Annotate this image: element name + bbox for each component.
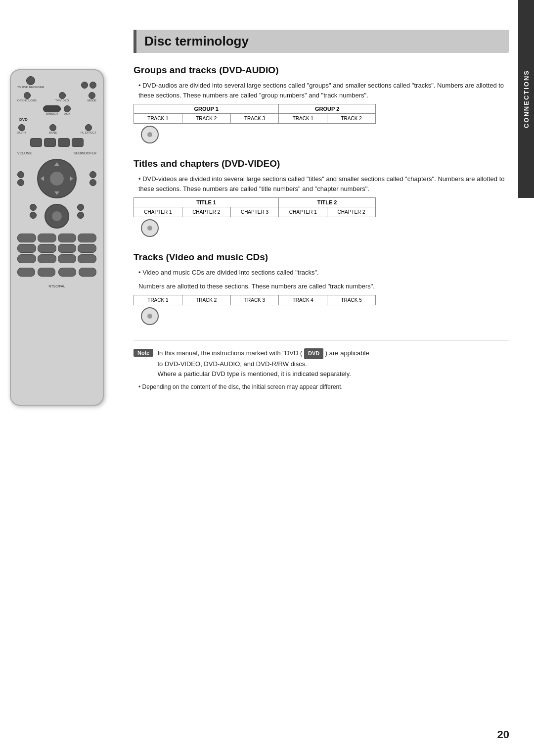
nav-ring xyxy=(44,204,69,229)
g2-track1: TRACK 1 xyxy=(279,114,327,123)
num-7[interactable] xyxy=(58,244,77,253)
nav-ring-center[interactable] xyxy=(52,211,62,221)
prev-btn[interactable] xyxy=(30,138,42,147)
t2-ch1: CHAPTER 1 xyxy=(279,207,327,217)
g1-track3: TRACK 3 xyxy=(231,114,279,123)
groups-header: GROUP 1 GROUP 2 xyxy=(134,104,375,114)
section-title-cd: Tracks (Video and music CDs) xyxy=(134,252,509,263)
stop-btn[interactable] xyxy=(44,138,56,147)
bottom-btn4[interactable] xyxy=(79,268,96,277)
cd-track1: TRACK 1 xyxy=(134,295,182,305)
dimmer-btn[interactable] xyxy=(43,105,61,112)
next-btn[interactable] xyxy=(72,138,84,147)
cd-track4: TRACK 4 xyxy=(279,295,327,305)
tv-video-btn[interactable] xyxy=(59,92,66,99)
titles-diagram: TITLE 1 TITLE 2 CHAPTER 1 CHAPTER 2 CHAP… xyxy=(134,197,376,217)
mode-btn[interactable] xyxy=(89,92,95,99)
open-close-btn[interactable] xyxy=(24,92,31,99)
enter-btn[interactable] xyxy=(49,171,64,186)
num-plus10[interactable] xyxy=(58,254,77,263)
titles-bullet: DVD-videos are divided into several larg… xyxy=(138,174,509,193)
r-btn-extra1[interactable] xyxy=(77,204,84,211)
num-0[interactable] xyxy=(38,254,56,263)
disc-icon-inner-1 xyxy=(147,132,152,137)
t1-ch1: CHAPTER 1 xyxy=(134,207,182,217)
num-3[interactable] xyxy=(58,234,77,242)
page-title-banner: Disc terminology xyxy=(134,30,509,53)
bottom-btn2[interactable] xyxy=(38,268,55,277)
page-number: 20 xyxy=(497,728,509,741)
group2-header: GROUP 2 xyxy=(279,104,375,113)
disc-icon-1 xyxy=(141,126,159,143)
note-line2: to DVD-VIDEO, DVD-AUDIO, and DVD-R/RW di… xyxy=(157,359,369,370)
note-line3: Where a particular DVD type is mentioned… xyxy=(157,369,369,379)
num-1[interactable] xyxy=(17,234,36,242)
page: TV DVD RECEIVER OPEN/CLOSE TV/VIDEO xyxy=(0,0,534,756)
disc-icon-inner-2 xyxy=(147,226,152,231)
g1-track1: TRACK 1 xyxy=(134,114,182,123)
num-6[interactable] xyxy=(38,244,56,253)
cd-track3: TRACK 3 xyxy=(231,295,279,305)
bottom-btn3[interactable] xyxy=(58,268,76,277)
disc-icon-3 xyxy=(141,307,159,325)
page-title: Disc terminology xyxy=(144,34,501,49)
titles-chapters-row: CHAPTER 1 CHAPTER 2 CHAPTER 3 CHAPTER 1 … xyxy=(134,207,375,217)
cd-bullet1: Video and music CDs are divided into sec… xyxy=(138,268,509,278)
connections-label: CONNECTIONS xyxy=(523,70,530,128)
section-title-groups: Groups and tracks (DVD-AUDIO) xyxy=(134,65,509,76)
titles-diagram-container: TITLE 1 TITLE 2 CHAPTER 1 CHAPTER 2 CHAP… xyxy=(134,197,509,237)
sub-down-btn[interactable] xyxy=(17,179,24,186)
left-menu-btn[interactable] xyxy=(30,204,37,211)
g1-track2: TRACK 2 xyxy=(182,114,231,123)
section-title-titles: Titles and chapters (DVD-VIDEO) xyxy=(134,158,509,169)
bottom-btn1[interactable] xyxy=(17,268,35,277)
num-9[interactable] xyxy=(17,254,36,263)
t1-ch3: CHAPTER 3 xyxy=(231,207,279,217)
nav-cluster xyxy=(37,159,77,198)
cd-bullet2: Numbers are allotted to these sections. … xyxy=(138,282,509,291)
band-btn[interactable] xyxy=(49,124,56,131)
play-pause-btn[interactable] xyxy=(58,138,70,147)
dvd-badge: DVD xyxy=(304,348,323,359)
pl-effect-btn[interactable] xyxy=(85,124,92,131)
title1-header: TITLE 1 xyxy=(134,198,279,207)
num-5[interactable] xyxy=(17,244,36,253)
disc-icon-2 xyxy=(141,219,159,237)
btn-sm-1[interactable] xyxy=(81,82,88,89)
note-line1: In this manual, the instructions marked … xyxy=(157,348,369,359)
connections-bar: CONNECTIONS xyxy=(518,0,534,198)
disc-row-2 xyxy=(134,219,509,237)
t2-ch2: CHAPTER 2 xyxy=(327,207,375,217)
power-button[interactable] xyxy=(26,76,35,85)
t1-ch2: CHAPTER 2 xyxy=(182,207,231,217)
btn-sm-2[interactable] xyxy=(89,82,96,89)
r-btn-extra2[interactable] xyxy=(77,212,84,219)
group1-header: GROUP 1 xyxy=(134,104,279,113)
cd-track2: TRACK 2 xyxy=(182,295,231,305)
remote-control: TV DVD RECEIVER OPEN/CLOSE TV/VIDEO xyxy=(10,69,104,406)
cd-tracks-row: TRACK 1 TRACK 2 TRACK 3 TRACK 4 TRACK 5 xyxy=(134,295,375,305)
disc-icon-inner-3 xyxy=(147,314,152,319)
aux-btn[interactable] xyxy=(64,105,71,112)
right-menu-btn[interactable] xyxy=(30,212,37,219)
note-section: Note In this manual, the instructions ma… xyxy=(134,340,509,391)
surr-cl2-btn[interactable] xyxy=(89,179,96,186)
main-content: Disc terminology Groups and tracks (DVD-… xyxy=(114,0,534,756)
groups-diagram: GROUP 1 GROUP 2 TRACK 1 TRACK 2 TRACK 3 … xyxy=(134,104,376,124)
num-clr[interactable] xyxy=(78,254,96,263)
disc-row-1 xyxy=(134,126,509,143)
note-row-main: Note In this manual, the instructions ma… xyxy=(134,348,509,379)
sub-up-btn[interactable] xyxy=(17,171,24,178)
groups-tracks-row: TRACK 1 TRACK 2 TRACK 3 TRACK 1 TRACK 2 xyxy=(134,114,375,123)
num-8[interactable] xyxy=(78,244,96,253)
surr-cl-btn[interactable] xyxy=(89,171,96,178)
num-2[interactable] xyxy=(38,234,56,242)
numpad xyxy=(17,234,96,263)
cd-diagram-container: TRACK 1 TRACK 2 TRACK 3 TRACK 4 TRACK 5 xyxy=(134,295,509,325)
surr-btn[interactable] xyxy=(18,124,25,131)
cd-diagram: TRACK 1 TRACK 2 TRACK 3 TRACK 4 TRACK 5 xyxy=(134,295,376,305)
cd-track5: TRACK 5 xyxy=(327,295,375,305)
disc-row-3 xyxy=(134,307,509,325)
num-4[interactable] xyxy=(78,234,96,242)
note-bullet: Depending on the content of the disc, th… xyxy=(138,382,509,391)
